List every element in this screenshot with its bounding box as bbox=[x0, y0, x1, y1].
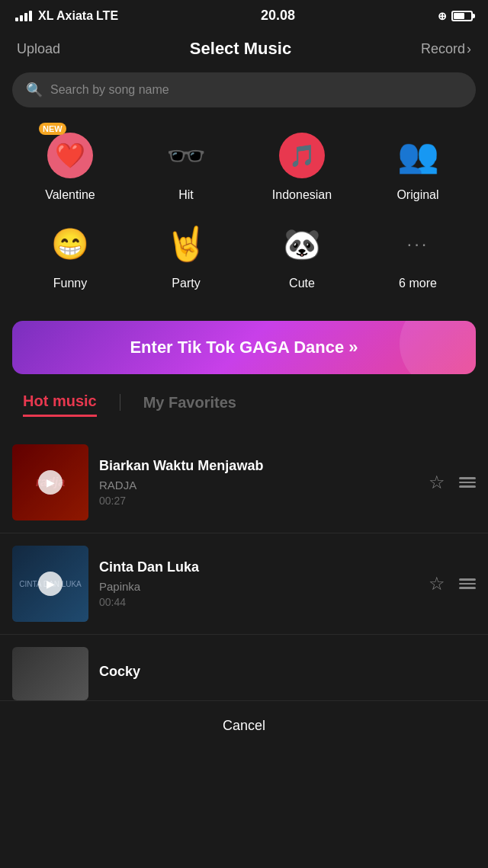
heart-icon: ❤️ bbox=[47, 133, 93, 178]
categories-row-2: 😁 Funny 🤘 Party 🐼 Cute ··· 6 more bbox=[12, 217, 476, 290]
upload-button[interactable]: Upload bbox=[17, 41, 60, 57]
party-label: Party bbox=[172, 277, 200, 290]
record-chevron-icon: › bbox=[467, 41, 471, 57]
song-2-artist: Papinka bbox=[99, 580, 418, 593]
song-2-duration: 00:44 bbox=[99, 596, 418, 608]
category-indonesian[interactable]: 🎵 Indonesian bbox=[249, 129, 355, 202]
person-icon: 👥 bbox=[397, 136, 439, 175]
song-2-info: Cinta Dan Luka Papinka 00:44 bbox=[99, 559, 418, 608]
more-dots-icon: ··· bbox=[406, 233, 429, 255]
cute-label: Cute bbox=[289, 277, 315, 290]
mouth-icon: 😁 bbox=[51, 226, 89, 262]
battery-icon bbox=[451, 11, 473, 21]
play-overlay-1: ▶ bbox=[12, 444, 88, 520]
music-item-2[interactable]: CINTA DAN LUKA ▶ Cinta Dan Luka Papinka … bbox=[0, 533, 488, 635]
song-2-thumbnail: CINTA DAN LUKA ▶ bbox=[12, 546, 88, 622]
rock-hand-icon: 🤘 bbox=[165, 224, 207, 264]
play-overlay-2: ▶ bbox=[12, 546, 88, 622]
cute-icon: 🐼 bbox=[283, 226, 321, 262]
tab-hot-music[interactable]: Hot music bbox=[23, 392, 97, 417]
record-button[interactable]: Record › bbox=[421, 41, 471, 57]
cocky-thumb-image bbox=[12, 647, 88, 700]
music-list: radja ▶ Biarkan Waktu Menjawab RADJA 00:… bbox=[0, 432, 488, 700]
search-input[interactable]: Search by song name bbox=[50, 83, 462, 97]
cute-icon-wrap: 🐼 bbox=[275, 217, 329, 271]
carrier-text: XL Axiata bbox=[38, 9, 93, 23]
category-original[interactable]: 👥 Original bbox=[364, 129, 471, 202]
play-button-2[interactable]: ▶ bbox=[38, 572, 63, 596]
status-right: ⊕ bbox=[438, 10, 473, 22]
tab-separator bbox=[120, 394, 120, 411]
category-more[interactable]: ··· 6 more bbox=[364, 217, 471, 290]
party-icon-wrap: 🤘 bbox=[159, 217, 213, 271]
music-item-3[interactable]: Cocky bbox=[0, 635, 488, 700]
categories-row-1: NEW ❤️ Valentine 🕶️ Hit 🎵 Indonesian 👥 O… bbox=[12, 129, 476, 202]
category-party[interactable]: 🤘 Party bbox=[133, 217, 239, 290]
funny-label: Funny bbox=[53, 277, 87, 290]
indonesian-label: Indonesian bbox=[272, 188, 332, 202]
funny-icon-wrap: 😁 bbox=[43, 217, 97, 271]
song-1-actions: ☆ bbox=[429, 472, 476, 493]
favorite-star-2[interactable]: ☆ bbox=[429, 573, 445, 594]
hit-label: Hit bbox=[178, 188, 194, 202]
original-icon-wrap: 👥 bbox=[391, 129, 445, 182]
song-1-duration: 00:27 bbox=[99, 495, 418, 507]
search-bar[interactable]: 🔍 Search by song name bbox=[12, 72, 476, 107]
search-icon: 🔍 bbox=[26, 82, 43, 98]
song-1-title: Biarkan Waktu Menjawab bbox=[99, 458, 418, 474]
cancel-bar[interactable]: Cancel bbox=[0, 700, 488, 751]
indonesian-icon-wrap: 🎵 bbox=[275, 129, 329, 182]
song-menu-2[interactable] bbox=[459, 578, 476, 589]
category-funny[interactable]: 😁 Funny bbox=[17, 217, 124, 290]
header: Upload Select Music Record › bbox=[0, 28, 488, 72]
song-2-actions: ☆ bbox=[429, 573, 476, 594]
original-label: Original bbox=[396, 188, 438, 202]
song-1-thumbnail: radja ▶ bbox=[12, 444, 88, 520]
network-text: LTE bbox=[96, 9, 118, 23]
category-hit[interactable]: 🕶️ Hit bbox=[133, 129, 239, 202]
status-left: XL Axiata LTE bbox=[15, 9, 118, 23]
favorite-star-1[interactable]: ☆ bbox=[429, 472, 445, 493]
page-title: Select Music bbox=[190, 39, 291, 59]
song-menu-1[interactable] bbox=[459, 477, 476, 488]
category-valentine[interactable]: NEW ❤️ Valentine bbox=[17, 129, 124, 202]
song-1-info: Biarkan Waktu Menjawab RADJA 00:27 bbox=[99, 458, 418, 507]
song-2-title: Cinta Dan Luka bbox=[99, 559, 418, 575]
song-3-thumbnail bbox=[12, 647, 88, 700]
new-badge: NEW bbox=[39, 123, 66, 135]
hit-icon-wrap: 🕶️ bbox=[159, 129, 213, 182]
lock-icon: ⊕ bbox=[438, 10, 447, 22]
status-time: 20.08 bbox=[261, 8, 295, 24]
category-cute[interactable]: 🐼 Cute bbox=[249, 217, 355, 290]
status-bar: XL Axiata LTE 20.08 ⊕ bbox=[0, 0, 488, 28]
song-1-artist: RADJA bbox=[99, 479, 418, 492]
cancel-button[interactable]: Cancel bbox=[223, 718, 265, 733]
play-button-1[interactable]: ▶ bbox=[38, 470, 63, 495]
valentine-icon-wrap: NEW ❤️ bbox=[43, 129, 97, 182]
gaga-dance-banner[interactable]: Enter Tik Tok GAGA Dance » bbox=[12, 321, 476, 374]
music-item-1[interactable]: radja ▶ Biarkan Waktu Menjawab RADJA 00:… bbox=[0, 432, 488, 533]
music-disc-icon: 🎵 bbox=[279, 133, 325, 178]
more-icon-wrap: ··· bbox=[391, 217, 445, 271]
tab-my-favorites[interactable]: My Favorites bbox=[143, 394, 236, 416]
search-container: 🔍 Search by song name bbox=[0, 72, 488, 121]
more-label: 6 more bbox=[399, 277, 437, 290]
song-3-info: Cocky bbox=[99, 664, 476, 684]
banner-text: Enter Tik Tok GAGA Dance » bbox=[130, 338, 358, 357]
valentine-label: Valentine bbox=[45, 188, 95, 202]
battery-fill bbox=[454, 13, 464, 19]
sunglasses-icon: 🕶️ bbox=[166, 137, 206, 175]
signal-bars bbox=[15, 11, 32, 21]
music-tabs: Hot music My Favorites bbox=[0, 392, 488, 417]
song-3-title: Cocky bbox=[99, 664, 476, 680]
categories-section: NEW ❤️ Valentine 🕶️ Hit 🎵 Indonesian 👥 O… bbox=[0, 121, 488, 321]
